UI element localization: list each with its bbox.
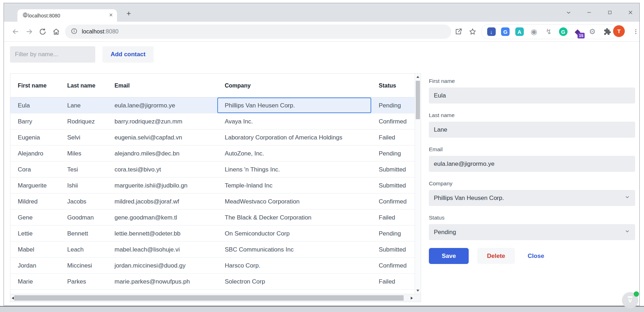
camera-extension-icon[interactable]: ◉ — [529, 27, 538, 36]
cell-company[interactable]: Laboratory Corporation of America Holdin… — [217, 129, 371, 145]
table-row[interactable]: Eugenia Selvi eugenia.selvi@capfad.vn La… — [10, 129, 415, 146]
cell-email[interactable]: marguerite.ishii@judbilo.gn — [107, 178, 217, 193]
cell-email[interactable]: barry.rodriquez@zun.mm — [107, 113, 217, 129]
scroll-left-icon[interactable] — [12, 297, 14, 300]
tab-search-chevron-icon[interactable] — [565, 9, 573, 16]
cell-first-name[interactable]: Lettie — [10, 226, 60, 241]
cell-company[interactable]: The Black & Decker Corporation — [217, 210, 371, 225]
cell-last-name[interactable]: Ishii — [60, 178, 107, 193]
cell-status[interactable]: Failed — [371, 129, 415, 145]
cell-company[interactable]: Harsco Corp. — [217, 258, 371, 273]
minimize-icon[interactable] — [585, 9, 593, 16]
cell-status[interactable]: Confirmed — [371, 194, 415, 209]
cell-company[interactable]: Phillips Van Heusen Corp. — [217, 97, 371, 113]
horizontal-scroll-thumb[interactable] — [14, 295, 404, 301]
cell-email[interactable]: cora.tesi@bivo.yt — [107, 162, 217, 177]
table-row[interactable]: Jordan Miccinesi jordan.miccinesi@duod.g… — [10, 258, 415, 274]
cell-email[interactable]: gene.goodman@kem.tl — [107, 210, 217, 225]
cell-first-name[interactable]: Gene — [10, 210, 60, 225]
cell-last-name[interactable]: Tesi — [60, 162, 107, 177]
cell-last-name[interactable]: Jacobs — [60, 194, 107, 209]
scroll-down-icon[interactable] — [416, 290, 419, 292]
puzzle-extension-icon[interactable] — [602, 27, 612, 36]
table-row[interactable]: Barry Rodriquez barry.rodriquez@zun.mm A… — [10, 113, 415, 129]
table-row[interactable]: Gene Goodman gene.goodman@kem.tl The Bla… — [10, 210, 415, 226]
cell-email[interactable]: lettie.bennett@odeter.bb — [107, 226, 217, 241]
new-tab-button[interactable] — [123, 8, 135, 19]
info-icon[interactable] — [71, 28, 78, 36]
header-company[interactable]: Company — [217, 74, 371, 97]
cell-last-name[interactable]: Miccinesi — [60, 258, 107, 273]
home-icon[interactable] — [50, 26, 62, 38]
cell-company[interactable]: Solectron Corp — [217, 274, 371, 289]
cell-first-name[interactable]: Mildred — [10, 194, 60, 209]
table-row[interactable]: Lettie Bennett lettie.bennett@odeter.bb … — [10, 226, 415, 242]
filter-input[interactable] — [10, 46, 95, 63]
cell-status[interactable]: Failed — [371, 274, 415, 289]
cell-email[interactable]: eula.lane@jigrormo.ye — [107, 97, 217, 113]
cell-status[interactable]: Confirmed — [371, 113, 415, 129]
cell-company[interactable]: Avaya Inc. — [217, 113, 371, 129]
scroll-up-icon[interactable] — [416, 76, 419, 78]
download-extension-icon[interactable]: ↓ — [487, 27, 496, 36]
table-row[interactable]: Marguerite Ishii marguerite.ishii@judbil… — [10, 178, 415, 194]
cell-email[interactable]: alejandro.miles@dec.bn — [107, 146, 217, 161]
input-tools-extension-icon[interactable]: A — [515, 27, 524, 36]
cell-first-name[interactable]: Eula — [10, 97, 60, 113]
cell-last-name[interactable]: Leach — [60, 242, 107, 257]
cell-status[interactable]: Submitted — [371, 242, 415, 257]
browser-tab[interactable]: localhost:8080 — [17, 9, 117, 22]
cell-status[interactable]: Submitted — [371, 178, 415, 193]
email-field[interactable]: eula.lane@jigrormo.ye — [429, 156, 635, 172]
cell-company[interactable]: AutoZone, Inc. — [217, 146, 371, 161]
close-button[interactable]: Close — [523, 248, 548, 264]
cell-email[interactable]: mabel.leach@lisohuje.vi — [107, 242, 217, 257]
cell-status[interactable]: Pending — [371, 146, 415, 161]
reload-icon[interactable] — [37, 26, 49, 38]
maximize-icon[interactable] — [606, 9, 614, 16]
cell-first-name[interactable]: Jordan — [10, 258, 60, 273]
last-name-field[interactable]: Lane — [429, 122, 635, 138]
table-row[interactable]: Marie Parkes marie.parkes@nowufpus.ph So… — [10, 274, 415, 290]
header-first-name[interactable]: First name — [10, 74, 60, 97]
add-contact-button[interactable]: Add contact — [102, 46, 154, 63]
gear-extension-icon[interactable]: ⚙ — [588, 27, 597, 36]
cell-last-name[interactable]: Goodman — [60, 210, 107, 225]
cell-first-name[interactable]: Mabel — [10, 242, 60, 257]
cell-company[interactable]: MeadWestvaco Corporation — [217, 194, 371, 209]
back-icon[interactable] — [10, 26, 22, 38]
grammarly-extension-icon[interactable]: G — [559, 27, 568, 36]
profile-avatar[interactable]: T — [613, 25, 625, 37]
vertical-scrollbar[interactable] — [415, 74, 421, 294]
cell-first-name[interactable]: Eugenia — [10, 129, 60, 145]
cell-company[interactable]: On Semiconductor Corp — [217, 226, 371, 241]
close-window-icon[interactable] — [627, 9, 634, 16]
cell-email[interactable]: mildred.jacobs@joraf.wf — [107, 194, 217, 209]
header-email[interactable]: Email — [107, 74, 217, 97]
cell-first-name[interactable]: Marguerite — [10, 178, 60, 193]
cell-company[interactable]: SBC Communications Inc — [217, 242, 371, 257]
address-bar[interactable]: localhost:8080 — [65, 25, 451, 39]
cell-first-name[interactable]: Barry — [10, 113, 60, 129]
cell-last-name[interactable]: Selvi — [60, 129, 107, 145]
bookmark-star-icon[interactable] — [468, 22, 478, 42]
vertical-scroll-thumb[interactable] — [416, 81, 420, 119]
cell-email[interactable]: eugenia.selvi@capfad.vn — [107, 129, 217, 145]
table-row[interactable]: Alejandro Miles alejandro.miles@dec.bn A… — [10, 146, 415, 162]
cell-company[interactable]: Linens 'n Things Inc. — [217, 162, 371, 177]
scroll-right-icon[interactable] — [411, 297, 413, 300]
cell-first-name[interactable]: Marie — [10, 274, 60, 289]
browser-menu-icon[interactable] — [632, 27, 640, 36]
cell-last-name[interactable]: Bennett — [60, 226, 107, 241]
cell-last-name[interactable]: Miles — [60, 146, 107, 161]
share-icon[interactable] — [453, 22, 463, 42]
cell-first-name[interactable]: Alejandro — [10, 146, 60, 161]
cell-first-name[interactable]: Cora — [10, 162, 60, 177]
cell-status[interactable]: Pending — [371, 97, 415, 113]
cell-last-name[interactable]: Parkes — [60, 274, 107, 289]
translate-extension-icon[interactable]: G — [501, 27, 510, 36]
table-row[interactable]: Mabel Leach mabel.leach@lisohuje.vi SBC … — [10, 242, 415, 258]
cell-company[interactable]: Temple-Inland Inc — [217, 178, 371, 193]
first-name-field[interactable]: Eula — [429, 88, 635, 104]
header-status[interactable]: Status — [371, 74, 415, 97]
